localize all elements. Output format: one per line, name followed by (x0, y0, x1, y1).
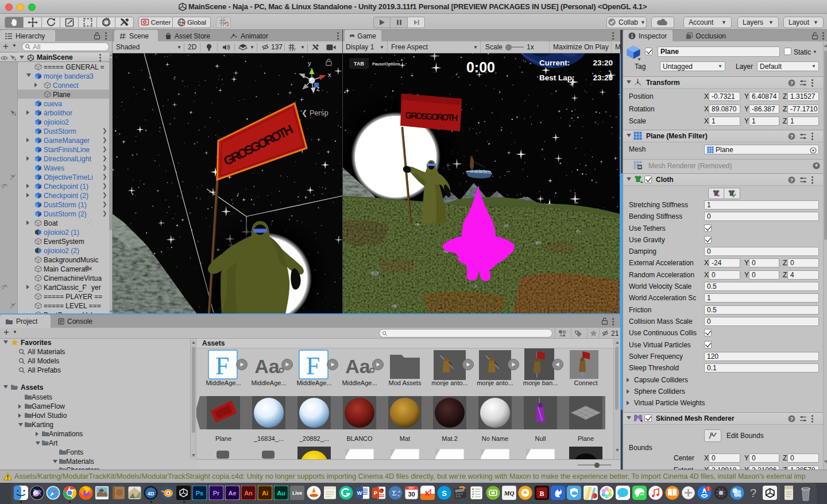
svg-text:No Name: No Name (482, 435, 508, 442)
svg-text:monje anto...: monje anto... (477, 379, 513, 386)
svg-text:❮ Persp: ❮ Persp (302, 109, 329, 117)
svg-text:Live: Live (292, 490, 302, 496)
svg-text:?: ? (790, 416, 794, 422)
svg-text:Pr: Pr (213, 490, 220, 497)
svg-text:MAY: MAY (409, 487, 414, 490)
svg-text:BLANCO: BLANCO (346, 435, 373, 442)
svg-text:monje ban...: monje ban... (523, 379, 558, 386)
svg-text:S: S (442, 489, 447, 498)
svg-text:4D: 4D (148, 491, 154, 497)
svg-text:MiddleAge...: MiddleAge... (342, 379, 377, 386)
svg-text:W: W (357, 490, 362, 496)
svg-text:?: ? (750, 487, 756, 499)
svg-text:monje anto...: monje anto... (431, 379, 468, 386)
svg-text:Mod Assets: Mod Assets (389, 379, 422, 386)
svg-text:An: An (244, 490, 253, 497)
svg-text:Σ: Σ (392, 489, 397, 497)
svg-text:23:20: 23:20 (593, 73, 613, 82)
svg-text:23:20: 23:20 (593, 59, 613, 67)
svg-text:Connect: Connect (574, 379, 598, 386)
svg-text:MiddleAge...: MiddleAge... (296, 379, 331, 386)
svg-text:Y: Y (293, 47, 296, 52)
svg-text:Plane: Plane (215, 435, 231, 442)
svg-text:F: F (306, 352, 320, 380)
svg-text:?: ? (790, 80, 794, 86)
svg-text:B: B (539, 490, 544, 498)
svg-text:Best Lap:: Best Lap: (539, 73, 575, 82)
svg-text:F: F (215, 352, 229, 380)
svg-text:Current:: Current: (539, 59, 570, 67)
svg-text:Pause/Options: Pause/Options (372, 62, 400, 67)
svg-text:z: z (316, 85, 320, 92)
svg-text:MiddleAge...: MiddleAge... (251, 379, 286, 386)
svg-text:Plane: Plane (578, 435, 594, 442)
svg-text:Ae: Ae (228, 490, 236, 497)
svg-text:Null: Null (535, 435, 546, 442)
svg-text:MQ: MQ (504, 490, 515, 497)
svg-text:+: + (640, 180, 643, 184)
svg-text:P: P (374, 490, 377, 496)
svg-text:?: ? (790, 134, 794, 139)
svg-text:MiddleAge...: MiddleAge... (206, 379, 241, 386)
svg-text:Ps: Ps (196, 490, 203, 497)
svg-text:?: ? (790, 177, 794, 183)
svg-text:+: + (397, 494, 400, 498)
svg-text:Aa: Aa (345, 355, 371, 377)
svg-text:Mat: Mat (400, 435, 410, 442)
svg-text:1: 1 (708, 487, 710, 491)
svg-text:y: y (308, 60, 311, 67)
svg-text:Au: Au (277, 490, 285, 497)
svg-text:+: + (640, 418, 643, 423)
svg-text:Ai: Ai (262, 490, 268, 497)
svg-text:K: K (425, 490, 430, 498)
svg-text:0:00: 0:00 (466, 59, 495, 75)
svg-text:x: x (328, 71, 331, 78)
svg-text:_16834_...: _16834_... (253, 435, 284, 442)
svg-text:_20882_...: _20882_... (299, 435, 329, 442)
svg-text:TAB: TAB (354, 61, 364, 67)
svg-text:30: 30 (408, 491, 415, 498)
svg-text:α: α (398, 489, 400, 494)
svg-text:Aa: Aa (254, 355, 280, 377)
svg-text:Mat.2: Mat.2 (442, 435, 458, 442)
